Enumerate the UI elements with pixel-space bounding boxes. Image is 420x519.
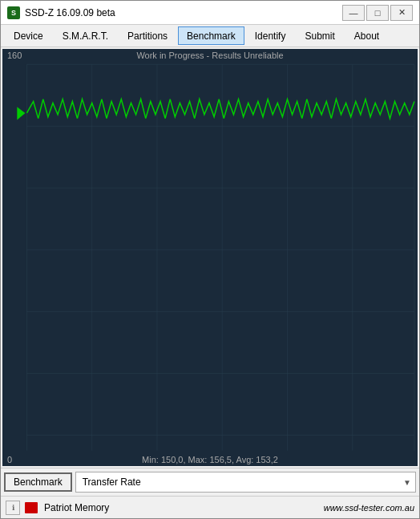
dropdown-container: Transfer Rate Access Time IOPS ▼ <box>75 472 416 493</box>
window-controls: — □ ✕ <box>342 5 413 21</box>
chart-svg <box>2 49 418 466</box>
drive-name: Patriot Memory <box>44 502 109 513</box>
window-title: SSD-Z 16.09.09 beta <box>25 7 115 18</box>
menu-bar: Device S.M.A.R.T. Partitions Benchmark I… <box>1 25 419 47</box>
menu-item-partitions[interactable]: Partitions <box>119 26 176 45</box>
main-window: S SSD-Z 16.09.09 beta — □ ✕ Device S.M.A… <box>0 0 420 519</box>
status-bar: ℹ Patriot Memory www.ssd-tester.com.au <box>1 496 419 518</box>
close-button[interactable]: ✕ <box>390 5 413 21</box>
title-bar-left: S SSD-Z 16.09.09 beta <box>7 6 115 19</box>
menu-item-device[interactable]: Device <box>5 26 52 45</box>
menu-item-identify[interactable]: Identify <box>246 26 295 45</box>
svg-marker-14 <box>17 107 25 120</box>
title-bar: S SSD-Z 16.09.09 beta — □ ✕ <box>1 1 419 25</box>
menu-item-submit[interactable]: Submit <box>296 26 343 45</box>
maximize-button[interactable]: □ <box>366 5 389 21</box>
chart-title: Work in Progress - Results Unreliable <box>2 51 418 60</box>
info-icon: ℹ <box>6 501 20 515</box>
drive-icon <box>25 502 38 513</box>
menu-item-about[interactable]: About <box>345 26 388 45</box>
menu-item-benchmark[interactable]: Benchmark <box>178 26 244 45</box>
benchmark-button[interactable]: Benchmark <box>4 472 72 492</box>
minimize-button[interactable]: — <box>342 5 365 21</box>
chart-area: 160 Work in Progress - Results Unreliabl… <box>2 49 418 466</box>
menu-item-smart[interactable]: S.M.A.R.T. <box>54 26 117 45</box>
transfer-rate-dropdown[interactable]: Transfer Rate Access Time IOPS <box>75 472 416 493</box>
website-url: www.ssd-tester.com.au <box>324 503 414 513</box>
bottom-bar: Benchmark Transfer Rate Access Time IOPS… <box>1 468 419 496</box>
app-icon: S <box>7 6 20 19</box>
